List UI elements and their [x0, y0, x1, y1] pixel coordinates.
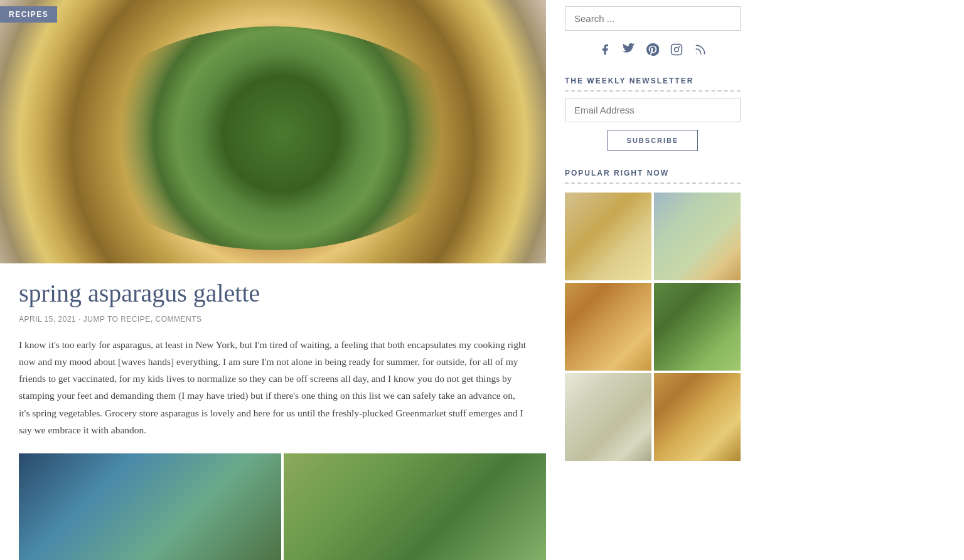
social-icons — [565, 43, 741, 59]
article-title: spring asparagus galette — [19, 278, 527, 309]
newsletter-title: THE WEEKLY NEWSLETTER — [565, 77, 741, 92]
meta-separator: · — [78, 315, 81, 324]
sidebar: THE WEEKLY NEWSLETTER SUBSCRIBE POPULAR … — [546, 0, 759, 560]
popular-item-4[interactable] — [654, 283, 741, 371]
svg-point-3 — [696, 53, 697, 54]
rss-icon[interactable] — [694, 43, 707, 59]
hero-image — [0, 0, 546, 263]
popular-item-5[interactable] — [565, 373, 651, 461]
article-meta: APRIL 15, 2021 · JUMP TO RECIPE, COMMENT… — [19, 315, 527, 324]
search-input[interactable] — [565, 6, 741, 31]
facebook-icon[interactable] — [599, 43, 611, 59]
popular-item-3[interactable] — [565, 283, 651, 371]
bottom-image-left — [19, 453, 281, 560]
popular-grid — [565, 193, 741, 461]
newsletter-section: THE WEEKLY NEWSLETTER SUBSCRIBE — [565, 77, 741, 151]
subscribe-button[interactable]: SUBSCRIBE — [608, 130, 699, 151]
popular-title: POPULAR RIGHT NOW — [565, 169, 741, 184]
twitter-icon[interactable] — [623, 43, 635, 59]
email-input[interactable] — [565, 98, 741, 122]
popular-section: POPULAR RIGHT NOW — [565, 169, 741, 461]
svg-rect-0 — [672, 45, 682, 55]
pinterest-icon[interactable] — [646, 43, 659, 59]
meta-comma: , — [151, 315, 156, 324]
jump-to-recipe-link[interactable]: JUMP TO RECIPE — [83, 315, 151, 324]
popular-item-1[interactable] — [565, 193, 651, 280]
hero-image-container: RECIPES — [0, 0, 546, 263]
article-date: APRIL 15, 2021 — [19, 315, 76, 324]
main-content: RECIPES spring asparagus galette APRIL 1… — [0, 0, 546, 560]
bottom-image-right — [284, 453, 546, 560]
comments-link[interactable]: COMMENTS — [156, 315, 202, 324]
instagram-icon[interactable] — [670, 43, 683, 59]
popular-item-6[interactable] — [654, 373, 741, 461]
bottom-images — [19, 453, 546, 560]
popular-item-2[interactable] — [654, 193, 741, 280]
article-body-text: I know it's too early for asparagus, at … — [19, 336, 527, 438]
article-body: spring asparagus galette APRIL 15, 2021 … — [0, 263, 546, 438]
recipes-badge[interactable]: RECIPES — [0, 6, 57, 23]
svg-point-1 — [675, 48, 679, 52]
